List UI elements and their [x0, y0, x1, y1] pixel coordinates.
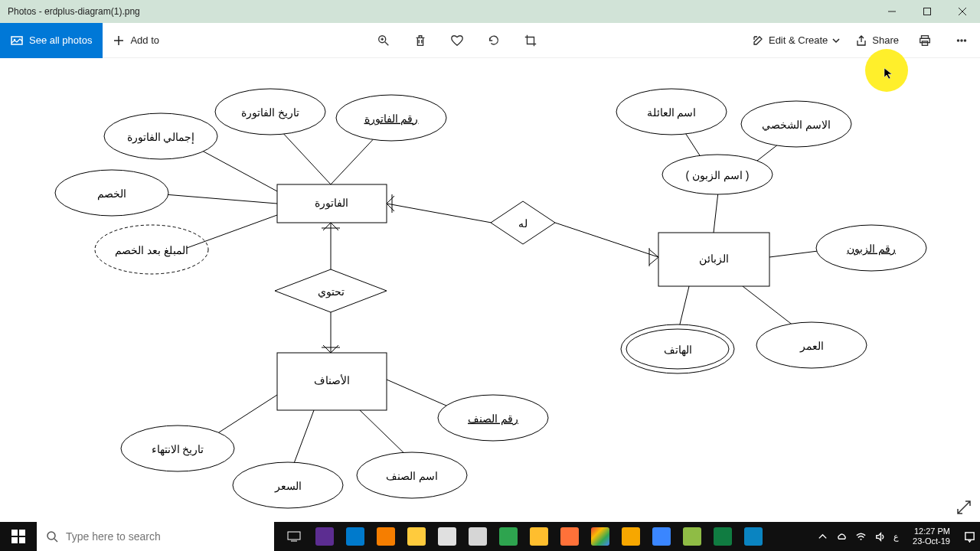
windows-icon: [11, 530, 25, 543]
svg-line-27: [555, 223, 658, 257]
svg-line-34: [331, 223, 338, 230]
svg-line-22: [187, 215, 277, 248]
svg-text:الخصم: الخصم: [97, 187, 126, 201]
app-toolbar: See all photos Add to Edit & Create Shar…: [0, 23, 980, 58]
svg-text:العمر: العمر: [799, 340, 824, 353]
svg-text:الهاتف: الهاتف: [664, 344, 692, 357]
edit-create-button[interactable]: Edit & Create: [744, 23, 848, 58]
svg-text:تاريخ الانتهاء: تاريخ الانتهاء: [152, 443, 204, 456]
svg-line-37: [323, 345, 331, 353]
taskbar-app-13[interactable]: [677, 522, 707, 551]
svg-rect-77: [965, 532, 974, 539]
taskbar-app-5[interactable]: [432, 522, 462, 551]
svg-line-23: [387, 204, 492, 223]
svg-rect-13: [920, 38, 930, 42]
svg-text:إجمالي الفاتورة: إجمالي الفاتورة: [127, 131, 195, 144]
more-button[interactable]: [943, 23, 980, 58]
svg-text:السعر: السعر: [274, 480, 302, 493]
taskbar-search[interactable]: [37, 522, 274, 551]
edit-icon: [752, 34, 764, 47]
svg-text:رقم الزبون: رقم الزبون: [847, 243, 896, 256]
notifications-icon[interactable]: [964, 531, 975, 543]
taskbar-app-1[interactable]: [309, 522, 340, 551]
svg-point-15: [957, 39, 959, 41]
windows-taskbar: ع 12:27 PM 23-Oct-19: [0, 522, 980, 551]
svg-line-43: [714, 192, 718, 233]
svg-text:تاريخ الفاتورة: تاريخ الفاتورة: [241, 106, 299, 119]
image-canvas: الفاتورة الزبائن الأصناف له تحتوي تاريخ …: [0, 58, 980, 522]
maximize-button[interactable]: [910, 0, 945, 23]
svg-text:له: له: [518, 217, 528, 230]
taskbar-app-2[interactable]: [340, 522, 371, 551]
search-input[interactable]: [66, 530, 265, 543]
svg-point-17: [964, 39, 965, 41]
svg-line-38: [331, 345, 338, 353]
taskbar-app-3[interactable]: [371, 522, 401, 551]
taskbar-clock[interactable]: 12:27 PM 23-Oct-19: [906, 527, 956, 546]
taskbar-app-14[interactable]: [707, 522, 738, 551]
delete-button[interactable]: [402, 23, 439, 58]
edit-create-label: Edit & Create: [769, 34, 828, 46]
svg-text:الفاتورة: الفاتورة: [315, 197, 348, 210]
add-to-button[interactable]: Add to: [103, 23, 170, 58]
taskbar-app-11[interactable]: [616, 522, 646, 551]
svg-line-74: [54, 539, 57, 542]
tray-cloud-icon[interactable]: [836, 531, 848, 543]
window-title: Photos - erdplus-diagram(1).png: [8, 6, 140, 17]
svg-text:المبلغ بعد الخصم: المبلغ بعد الخصم: [115, 244, 188, 257]
zoom-button[interactable]: [365, 23, 402, 58]
taskbar-app-9[interactable]: [554, 522, 585, 551]
tray-volume-icon[interactable]: [874, 531, 886, 543]
svg-rect-71: [11, 537, 18, 543]
svg-text:رقم الصنف: رقم الصنف: [468, 412, 518, 425]
see-all-photos-label: See all photos: [29, 34, 92, 46]
crop-button[interactable]: [512, 23, 549, 58]
svg-rect-70: [19, 530, 25, 536]
chevron-down-icon: [832, 37, 840, 44]
svg-point-73: [47, 532, 55, 540]
clock-date: 23-Oct-19: [913, 536, 950, 546]
svg-text:رقم الفاتورة: رقم الفاتورة: [364, 112, 419, 126]
task-view-icon[interactable]: [279, 522, 309, 551]
svg-rect-69: [11, 530, 18, 536]
tray-language[interactable]: ع: [893, 532, 899, 542]
tray-chevron-up-icon[interactable]: [817, 531, 828, 543]
svg-line-9: [385, 41, 389, 45]
tray-wifi-icon[interactable]: [855, 531, 867, 543]
svg-rect-14: [922, 41, 927, 44]
mouse-cursor: [884, 67, 896, 80]
taskbar-app-10[interactable]: [585, 522, 616, 551]
system-tray: ع 12:27 PM 23-Oct-19: [817, 527, 980, 546]
svg-rect-1: [924, 8, 931, 15]
search-icon: [46, 530, 58, 543]
print-button[interactable]: [906, 23, 943, 58]
rotate-button[interactable]: [475, 23, 512, 58]
close-button[interactable]: [945, 0, 980, 23]
svg-line-30: [649, 257, 658, 265]
plus-icon: [113, 35, 124, 46]
svg-rect-4: [11, 37, 22, 44]
svg-line-33: [323, 223, 331, 230]
svg-text:اسم الصنف: اسم الصنف: [386, 470, 438, 483]
favorite-button[interactable]: [439, 23, 475, 58]
fullscreen-icon[interactable]: [956, 499, 972, 516]
svg-point-16: [961, 39, 962, 41]
svg-text:تحتوي: تحتوي: [318, 285, 345, 298]
start-button[interactable]: [0, 522, 37, 551]
taskbar-app-15[interactable]: [738, 522, 769, 551]
taskbar-app-4[interactable]: [401, 522, 432, 551]
svg-rect-75: [288, 532, 300, 540]
taskbar-app-12[interactable]: [646, 522, 677, 551]
gallery-icon: [11, 34, 23, 47]
taskbar-app-7[interactable]: [493, 522, 524, 551]
window-titlebar: Photos - erdplus-diagram(1).png: [0, 0, 980, 23]
add-to-label: Add to: [130, 34, 159, 46]
taskbar-app-8[interactable]: [524, 522, 554, 551]
svg-rect-72: [19, 537, 25, 543]
see-all-photos-button[interactable]: See all photos: [0, 23, 103, 58]
clock-time: 12:27 PM: [913, 527, 950, 536]
taskbar-app-6[interactable]: [462, 522, 493, 551]
minimize-button[interactable]: [874, 0, 910, 23]
svg-line-25: [387, 196, 394, 204]
svg-text:( اسم الزبون ): ( اسم الزبون ): [686, 169, 750, 182]
